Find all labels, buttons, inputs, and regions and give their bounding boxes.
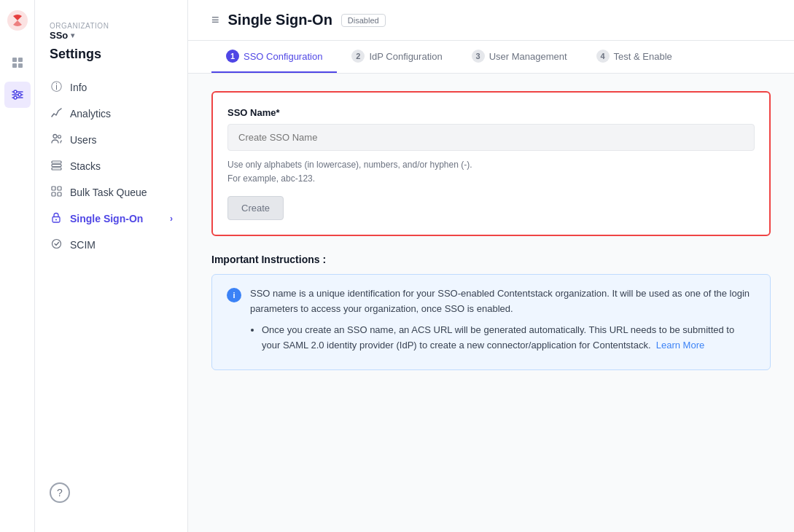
scim-icon	[50, 238, 63, 251]
svg-point-8	[14, 90, 17, 93]
svg-rect-17	[58, 187, 61, 190]
help-button[interactable]: ?	[50, 482, 70, 503]
tab-label-2: IdP Configuration	[369, 51, 442, 62]
svg-point-9	[18, 93, 21, 96]
tab-idp-configuration[interactable]: 2 IdP Configuration	[337, 41, 456, 73]
svg-rect-14	[52, 165, 61, 167]
stacks-icon	[50, 160, 63, 173]
app-logo[interactable]	[6, 9, 29, 32]
tab-label-4: Test & Enable	[614, 51, 672, 62]
tab-num-3: 3	[472, 50, 485, 63]
sidebar-item-stacks-label: Stacks	[70, 160, 101, 172]
sidebar-item-analytics-label: Analytics	[70, 108, 111, 120]
main-header: ≡ Single Sign-On Disabled	[188, 0, 794, 41]
svg-rect-2	[18, 58, 23, 62]
sso-name-section: SSO Name* Use only alphabets (in lowerca…	[211, 91, 771, 236]
svg-rect-3	[12, 63, 17, 68]
sidebar-item-bulk-task-queue[interactable]: Bulk Task Queue	[35, 179, 187, 206]
analytics-icon	[50, 107, 63, 120]
page-title: Single Sign-On	[228, 12, 332, 28]
sso-hint: Use only alphabets (in lowercase), numbe…	[227, 158, 755, 186]
tab-num-1: 1	[226, 50, 239, 63]
svg-point-11	[53, 135, 57, 138]
content-area: SSO Name* Use only alphabets (in lowerca…	[188, 74, 794, 532]
tab-label-1: SSO Configuration	[244, 51, 322, 62]
instructions-title: Important Instructions :	[211, 254, 771, 265]
sidebar-item-scim[interactable]: SCIM	[35, 232, 187, 258]
sidebar-item-info-label: Info	[70, 82, 87, 93]
sidebar-item-users-label: Users	[70, 134, 97, 146]
tab-num-4: 4	[596, 50, 610, 63]
create-button[interactable]: Create	[227, 196, 284, 220]
svg-rect-16	[52, 187, 55, 190]
main-content: ≡ Single Sign-On Disabled 1 SSO Configur…	[188, 0, 794, 532]
sidebar-title: Settings	[35, 47, 187, 74]
hamburger-icon[interactable]: ≡	[211, 12, 219, 28]
svg-point-12	[58, 136, 61, 138]
svg-rect-13	[52, 161, 61, 163]
org-header: Organization SSo ▾	[35, 15, 187, 41]
org-label: Organization	[50, 22, 173, 30]
svg-rect-1	[12, 58, 17, 62]
tab-label-3: User Management	[489, 51, 567, 62]
svg-point-22	[52, 240, 61, 249]
sidebar-item-sso-label: Single Sign-On	[70, 213, 143, 224]
rail-settings-icon[interactable]	[4, 82, 31, 108]
rail-grid-icon[interactable]	[4, 50, 31, 76]
sidebar-bottom: ?	[35, 468, 187, 517]
svg-rect-18	[52, 192, 55, 196]
svg-rect-19	[58, 192, 61, 196]
tab-test-enable[interactable]: 4 Test & Enable	[582, 41, 687, 73]
tabs-bar: 1 SSO Configuration 2 IdP Configuration …	[188, 41, 794, 74]
tab-num-2: 2	[351, 50, 365, 63]
sso-lock-icon	[50, 212, 63, 225]
info-circle-icon: i	[227, 288, 241, 302]
tab-sso-configuration[interactable]: 1 SSO Configuration	[211, 41, 337, 73]
instructions-box: i SSO name is a unique identification fo…	[211, 274, 771, 369]
tab-user-management[interactable]: 3 User Management	[457, 41, 582, 73]
learn-more-link[interactable]: Learn More	[656, 340, 704, 351]
sidebar-item-sso[interactable]: Single Sign-On ›	[35, 206, 187, 232]
svg-rect-4	[18, 63, 23, 68]
sso-field-label: SSO Name*	[227, 107, 755, 118]
org-dropdown-arrow: ▾	[71, 31, 74, 39]
users-icon	[50, 133, 63, 146]
svg-point-10	[14, 96, 17, 99]
sidebar: Organization SSo ▾ Settings ⓘ Info Analy…	[35, 0, 188, 532]
sidebar-item-scim-label: SCIM	[70, 239, 96, 251]
org-name[interactable]: SSo ▾	[50, 30, 173, 41]
sso-chevron-icon: ›	[170, 214, 173, 224]
sidebar-item-stacks[interactable]: Stacks	[35, 153, 187, 179]
bulk-task-icon	[50, 186, 63, 199]
svg-rect-15	[52, 168, 61, 170]
sidebar-item-bulk-label: Bulk Task Queue	[70, 187, 147, 198]
info-icon: ⓘ	[50, 80, 63, 94]
sidebar-item-users[interactable]: Users	[35, 127, 187, 153]
sso-name-input[interactable]	[227, 124, 755, 151]
status-badge: Disabled	[341, 14, 386, 27]
svg-point-21	[55, 219, 57, 221]
instructions-text: SSO name is a unique identification for …	[250, 286, 755, 357]
instructions-section: Important Instructions : i SSO name is a…	[211, 254, 771, 369]
sidebar-item-analytics[interactable]: Analytics	[35, 101, 187, 127]
sidebar-item-info[interactable]: ⓘ Info	[35, 74, 187, 101]
icon-rail	[0, 0, 35, 532]
